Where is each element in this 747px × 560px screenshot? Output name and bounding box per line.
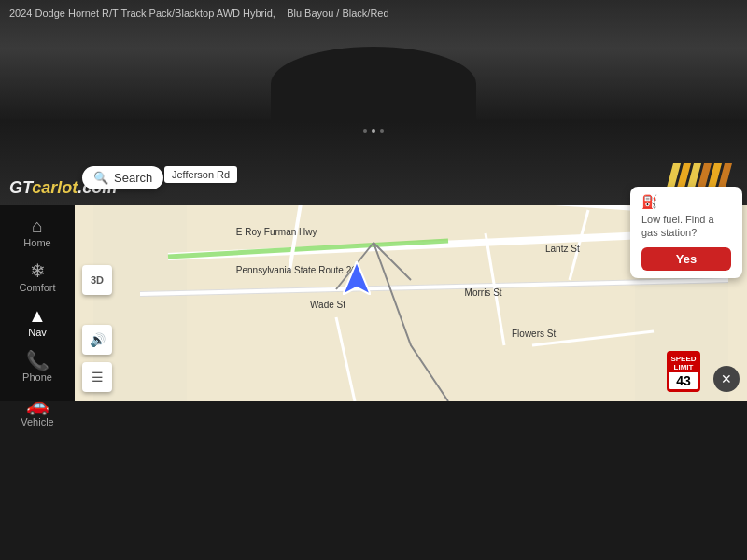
nav-label: Nav — [28, 327, 47, 338]
sidebar-item-vehicle[interactable]: 🚗 Vehicle — [0, 390, 75, 433]
vehicle-icon: 🚗 — [26, 396, 49, 414]
svg-marker-3 — [343, 261, 371, 295]
low-fuel-header: ⛽ — [641, 194, 731, 209]
comfort-label: Comfort — [19, 282, 55, 293]
car-color: Blu Bayou / Black/Red — [287, 7, 388, 19]
3d-label: 3D — [91, 274, 104, 286]
top-photo-area: 2024 Dodge Hornet R/T Track Pack/Blackto… — [0, 0, 747, 121]
sidebar-item-phone[interactable]: 📞 Phone — [0, 345, 75, 388]
search-text: Search — [114, 171, 152, 185]
low-fuel-popup: ⛽ Low fuel. Find a gas station? Yes — [630, 187, 742, 278]
map-3d-button[interactable]: 3D — [82, 265, 112, 295]
phone-label: Phone — [22, 371, 52, 383]
label-wade: Wade St — [310, 300, 345, 310]
dot-3 — [380, 129, 384, 133]
dot-2 — [372, 129, 375, 133]
yes-button[interactable]: Yes — [641, 247, 731, 271]
seat-shape — [271, 47, 476, 121]
label-e-roy: E Roy Furman Hwy — [236, 227, 317, 237]
dots-indicator — [363, 129, 384, 133]
vehicle-label: Vehicle — [21, 416, 53, 427]
search-icon: 🔍 — [93, 171, 108, 185]
gas-station-icon: ⛽ — [641, 194, 657, 209]
gt-text: GT — [9, 178, 32, 197]
menu-icon: ☰ — [92, 370, 104, 385]
map-sound-button[interactable]: 🔊 — [82, 325, 112, 355]
map-menu-button[interactable]: ☰ — [82, 362, 112, 392]
phone-icon: 📞 — [26, 351, 49, 370]
dot-1 — [363, 129, 367, 133]
speed-limit-value: 43 — [669, 372, 698, 389]
speed-limit-sign: SPEEDLIMIT 43 — [667, 351, 700, 392]
nav-position-arrow — [343, 261, 371, 299]
jefferson-rd-pill: Jefferson Rd — [164, 166, 237, 183]
sidebar-item-nav[interactable]: ▲ Nav — [0, 301, 75, 343]
map-search-bar[interactable]: 🔍 Search — [82, 166, 163, 189]
label-pa-route: Pennsylvania State Route 21 — [236, 265, 357, 275]
nav-icon: ▲ — [28, 306, 47, 325]
low-fuel-text: Low fuel. Find a gas station? — [641, 213, 731, 240]
home-label: Home — [23, 237, 50, 248]
label-lantz: Lantz St — [545, 244, 580, 254]
car-model: 2024 Dodge Hornet R/T Track Pack/Blackto… — [9, 7, 275, 19]
label-flowers: Flowers St — [512, 329, 556, 339]
map-close-button[interactable]: ✕ — [713, 366, 740, 392]
speed-limit-label: SPEEDLIMIT — [669, 354, 698, 372]
home-icon: ⌂ — [32, 217, 43, 235]
label-morris: Morris St — [465, 287, 502, 298]
comfort-icon: ❄ — [30, 261, 46, 280]
car-title: 2024 Dodge Hornet R/T Track Pack/Blackto… — [9, 7, 389, 19]
sidebar-item-comfort[interactable]: ❄ Comfort — [0, 256, 75, 299]
sidebar-item-home[interactable]: ⌂ Home — [0, 211, 75, 254]
sound-icon: 🔊 — [90, 332, 106, 347]
carlot-text: carlot — [32, 178, 78, 197]
